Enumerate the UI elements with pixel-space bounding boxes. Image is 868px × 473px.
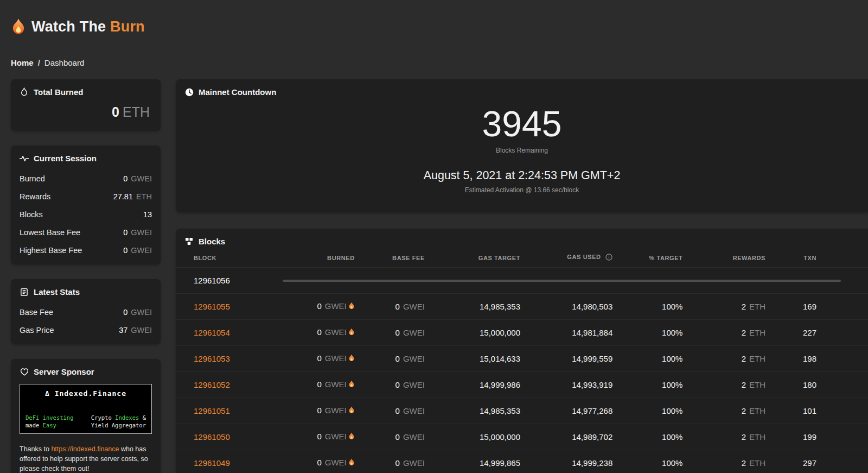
rewards-cell: 2ETH	[682, 302, 765, 311]
stat-label: Gas Price	[20, 326, 54, 335]
column-header-rewards: REWARDS	[682, 255, 765, 261]
sponsor-banner[interactable]: Δ Indexed.Finance DeFi investing made Ea…	[20, 384, 152, 434]
fire-icon	[20, 87, 29, 97]
stat-label: Lowest Base Fee	[20, 228, 80, 237]
txn-cell: 169	[765, 302, 816, 311]
txn-cell: 297	[765, 458, 816, 468]
block-link[interactable]: 12961055	[194, 302, 230, 311]
block-link[interactable]: 12961051	[194, 406, 230, 415]
blocks-card: Blocks BLOCK BURNED BASE FEE GAS TARGET …	[176, 229, 868, 473]
column-header-burned: BURNED	[275, 255, 355, 261]
blocks-table-body: 12961055 0GWEI 0GWEI 14,985,353 14,980,5…	[176, 293, 868, 473]
pending-block-row: 12961056	[176, 267, 868, 293]
gas-used-cell: 14,999,559	[520, 354, 612, 363]
blocks-icon	[184, 237, 194, 246]
gas-used-cell: 14,980,503	[520, 302, 612, 311]
gas-used-cell: 14,993,919	[520, 380, 612, 389]
block-link[interactable]: 12961053	[194, 354, 230, 363]
block-link[interactable]: 12961054	[194, 328, 230, 337]
stat-row: Lowest Base Fee 0GWEI	[11, 223, 161, 241]
column-header-gas-target: GAS TARGET	[425, 255, 520, 261]
txn-cell: 199	[765, 432, 816, 442]
gas-used-cell: 14,981,884	[520, 328, 612, 337]
table-row: 12961052 0GWEI 0GWEI 14,999,986 14,993,9…	[176, 371, 868, 398]
table-header: BLOCK BURNED BASE FEE GAS TARGET GAS USE…	[176, 253, 868, 267]
gas-target-cell: 14,999,865	[425, 458, 520, 468]
main-content: Mainnet Countdown 3945 Blocks Remaining …	[176, 79, 868, 473]
column-header-base-fee: BASE FEE	[355, 255, 425, 261]
pending-block-number: 12961056	[194, 276, 275, 285]
stat-value: 0GWEI	[123, 246, 152, 255]
table-row: 12961050 0GWEI 0GWEI 15,000,000 14,989,7…	[176, 424, 868, 450]
base-fee-cell: 0GWEI	[355, 380, 425, 389]
page-title: Watch The Burn	[31, 18, 145, 35]
countdown-caption: Blocks Remaining	[176, 147, 868, 154]
block-link[interactable]: 12961050	[194, 432, 230, 442]
mainnet-countdown-card: Mainnet Countdown 3945 Blocks Remaining …	[176, 79, 868, 212]
app-header: Watch The Burn	[0, 0, 868, 48]
breadcrumb-current: Dashboard	[44, 58, 84, 67]
stat-row: Blocks 13	[11, 205, 161, 223]
card-title: Latest Stats	[34, 287, 80, 297]
gas-used-cell: 14,989,702	[520, 432, 612, 442]
burned-cell: 0GWEI	[275, 458, 355, 468]
block-link[interactable]: 12961049	[194, 458, 230, 468]
gas-target-cell: 14,985,353	[425, 406, 520, 415]
stat-value: 0GWEI	[123, 308, 152, 317]
flame-icon	[348, 459, 355, 468]
heart-icon	[20, 367, 29, 376]
stat-label: Base Fee	[20, 308, 53, 317]
latest-stats-card: Latest Stats Base Fee 0GWEI Gas Price 37…	[11, 279, 161, 344]
flame-icon	[348, 381, 355, 390]
clock-icon	[184, 87, 194, 97]
txn-cell: 198	[765, 354, 816, 363]
base-fee-cell: 0GWEI	[355, 328, 425, 337]
card-title: Blocks	[199, 237, 225, 246]
flame-logo-icon	[11, 18, 26, 36]
stat-value: 0GWEI	[123, 228, 152, 237]
gas-target-cell: 14,985,353	[425, 302, 520, 311]
stat-row: Highest Base Fee 0GWEI	[11, 241, 161, 259]
table-row: 12961049 0GWEI 0GWEI 14,999,865 14,999,2…	[176, 450, 868, 473]
base-fee-cell: 0GWEI	[355, 406, 425, 415]
total-burned-value: 0ETH	[11, 103, 161, 131]
pct-target-cell: 100%	[612, 380, 682, 389]
burned-cell: 0GWEI	[275, 354, 355, 364]
flame-icon	[348, 329, 355, 338]
gas-target-cell: 15,014,633	[425, 354, 520, 363]
total-burned-card: Total Burned 0ETH	[11, 79, 161, 131]
flame-icon	[348, 407, 355, 416]
table-row: 12961054 0GWEI 0GWEI 15,000,000 14,981,8…	[176, 319, 868, 345]
stat-value: 0GWEI	[123, 174, 152, 183]
pct-target-cell: 100%	[612, 406, 682, 415]
flame-icon	[348, 433, 355, 442]
flame-icon	[348, 355, 355, 364]
table-row: 12961053 0GWEI 0GWEI 15,014,633 14,999,5…	[176, 345, 868, 371]
pct-target-cell: 100%	[612, 302, 682, 311]
table-row: 12961051 0GWEI 0GWEI 14,985,353 14,977,2…	[176, 398, 868, 424]
pct-target-cell: 100%	[612, 432, 682, 442]
base-fee-cell: 0GWEI	[355, 302, 425, 311]
rewards-cell: 2ETH	[682, 354, 765, 363]
block-link[interactable]: 12961052	[194, 380, 230, 389]
sponsor-link[interactable]: https://indexed.finance	[51, 445, 119, 453]
pct-target-cell: 100%	[612, 458, 682, 468]
breadcrumb: Home / Dashboard	[0, 48, 868, 79]
txn-cell: 180	[765, 380, 816, 389]
txn-cell: 227	[765, 328, 816, 337]
column-header-gas-used: GAS USED	[520, 254, 612, 262]
gas-target-cell: 15,000,000	[425, 328, 520, 337]
card-title: Server Sponsor	[34, 367, 94, 376]
stat-value: 27.81ETH	[113, 192, 152, 201]
base-fee-cell: 0GWEI	[355, 432, 425, 442]
info-icon[interactable]	[604, 255, 613, 262]
base-fee-cell: 0GWEI	[355, 354, 425, 363]
stat-label: Rewards	[20, 192, 50, 201]
sponsor-description: Crypto Indexes & Yield Aggregator	[91, 414, 146, 429]
burned-cell: 0GWEI	[275, 327, 355, 338]
stat-label: Blocks	[20, 210, 43, 219]
burned-cell: 0GWEI	[275, 432, 355, 442]
flame-icon	[348, 302, 355, 312]
breadcrumb-home-link[interactable]: Home	[11, 58, 34, 67]
column-header-block: BLOCK	[194, 255, 275, 261]
